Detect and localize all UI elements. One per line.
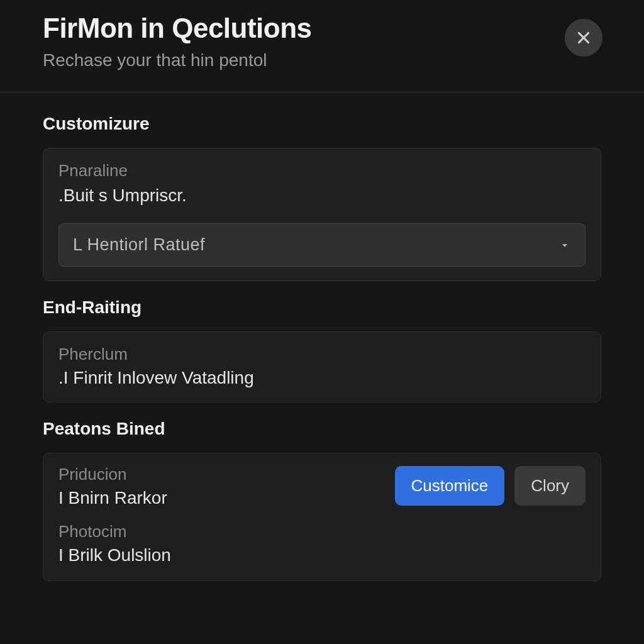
customize-field-label: Pnaraline	[58, 161, 586, 180]
end-rating-field-label: Pherclum	[58, 345, 586, 364]
customize-select[interactable]: L Hentiorl Ratuef	[58, 223, 586, 267]
end-rating-field-value: .I Finrit Inlovew Vatadling	[58, 368, 586, 388]
settings-modal: FirMon in Qeclutions Rechase your that h…	[0, 0, 644, 644]
peatons-row-1-left: Priducion I Bnirn Rarkor	[58, 465, 167, 508]
modal-header: FirMon in Qeclutions Rechase your that h…	[0, 0, 644, 92]
section-heading-customize: Customizure	[43, 114, 601, 134]
end-rating-card: Pherclum .I Finrit Inlovew Vatadling	[43, 331, 601, 402]
section-heading-peatons: Peatons Bined	[43, 419, 601, 439]
close-button[interactable]	[565, 19, 602, 57]
customize-field-value: .Buit s Umpriscr.	[58, 186, 586, 206]
peatons-item1-value: I Bnirn Rarkor	[58, 488, 167, 508]
peatons-row-2: Photocim I Brilk Oulslion	[58, 522, 586, 565]
peatons-item2-label: Photocim	[58, 522, 586, 541]
modal-subtitle: Rechase your that hin pentol	[43, 50, 601, 70]
customize-button[interactable]: Customice	[395, 466, 505, 506]
clory-button[interactable]: Clory	[514, 466, 586, 506]
peatons-item1-label: Priducion	[58, 465, 167, 484]
chevron-down-icon	[558, 239, 571, 252]
peatons-row-1: Priducion I Bnirn Rarkor Customice Clory	[58, 465, 586, 508]
close-icon	[575, 30, 592, 46]
peatons-item2-value: I Brilk Oulslion	[58, 545, 586, 565]
modal-title: FirMon in Qeclutions	[43, 13, 601, 44]
select-value: L Hentiorl Ratuef	[73, 235, 205, 255]
section-heading-end-rating: End-Raiting	[43, 297, 601, 318]
peatons-card: Priducion I Bnirn Rarkor Customice Clory…	[43, 453, 601, 581]
modal-body: Customizure Pnaraline .Buit s Umpriscr. …	[0, 92, 644, 594]
peatons-button-row: Customice Clory	[395, 466, 586, 506]
customize-card: Pnaraline .Buit s Umpriscr. L Hentiorl R…	[43, 148, 601, 281]
